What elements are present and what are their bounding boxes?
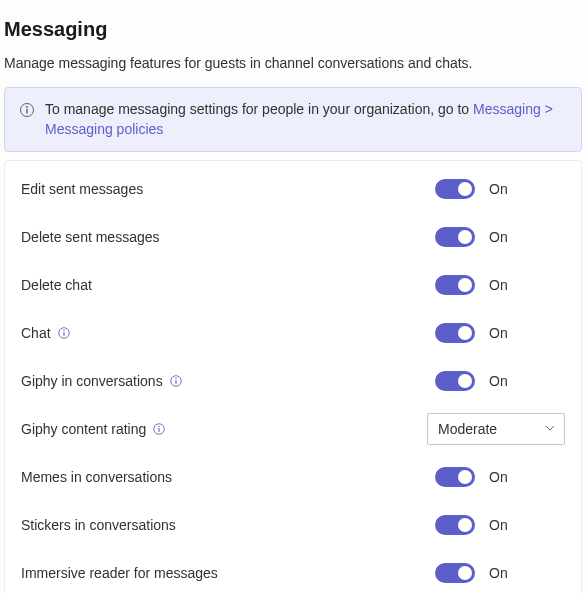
toggle-giphy-in-conversations[interactable] <box>435 371 475 391</box>
label-delete-chat: Delete chat <box>21 277 92 293</box>
toggle-state-text: On <box>489 373 508 389</box>
control-immersive-reader-for-messages: On <box>435 563 565 583</box>
chevron-down-icon <box>544 421 556 437</box>
help-icon[interactable] <box>152 422 166 436</box>
toggle-edit-sent-messages[interactable] <box>435 179 475 199</box>
info-icon <box>19 102 35 122</box>
page-title: Messaging <box>4 18 582 41</box>
row-giphy-content-rating: Giphy content rating Moderate <box>21 405 565 453</box>
label-stickers-in-conversations: Stickers in conversations <box>21 517 176 533</box>
svg-point-4 <box>63 330 64 331</box>
page-description: Manage messaging features for guests in … <box>4 55 582 71</box>
toggle-immersive-reader-for-messages[interactable] <box>435 563 475 583</box>
row-giphy-in-conversations: Giphy in conversations On <box>21 357 565 405</box>
toggle-memes-in-conversations[interactable] <box>435 467 475 487</box>
toggle-stickers-in-conversations[interactable] <box>435 515 475 535</box>
control-chat: On <box>435 323 565 343</box>
help-icon[interactable] <box>169 374 183 388</box>
svg-rect-11 <box>159 428 160 432</box>
svg-point-10 <box>159 426 160 427</box>
toggle-chat[interactable] <box>435 323 475 343</box>
label-text: Chat <box>21 325 51 341</box>
control-stickers-in-conversations: On <box>435 515 565 535</box>
label-giphy-content-rating: Giphy content rating <box>21 421 166 437</box>
label-immersive-reader-for-messages: Immersive reader for messages <box>21 565 218 581</box>
label-text: Immersive reader for messages <box>21 565 218 581</box>
control-memes-in-conversations: On <box>435 467 565 487</box>
toggle-delete-sent-messages[interactable] <box>435 227 475 247</box>
row-memes-in-conversations: Memes in conversations On <box>21 453 565 501</box>
label-giphy-in-conversations: Giphy in conversations <box>21 373 183 389</box>
label-delete-sent-messages: Delete sent messages <box>21 229 160 245</box>
toggle-delete-chat[interactable] <box>435 275 475 295</box>
control-delete-sent-messages: On <box>435 227 565 247</box>
control-delete-chat: On <box>435 275 565 295</box>
label-text: Delete sent messages <box>21 229 160 245</box>
toggle-state-text: On <box>489 517 508 533</box>
help-icon[interactable] <box>57 326 71 340</box>
info-banner-message: To manage messaging settings for people … <box>45 100 567 139</box>
toggle-state-text: On <box>489 229 508 245</box>
label-edit-sent-messages: Edit sent messages <box>21 181 143 197</box>
row-chat: Chat On <box>21 309 565 357</box>
toggle-state-text: On <box>489 325 508 341</box>
label-text: Delete chat <box>21 277 92 293</box>
label-text: Giphy content rating <box>21 421 146 437</box>
toggle-state-text: On <box>489 277 508 293</box>
label-text: Memes in conversations <box>21 469 172 485</box>
svg-point-7 <box>175 378 176 379</box>
info-banner-text: To manage messaging settings for people … <box>45 101 473 117</box>
toggle-state-text: On <box>489 469 508 485</box>
svg-rect-5 <box>63 332 64 336</box>
label-text: Stickers in conversations <box>21 517 176 533</box>
svg-rect-2 <box>26 109 27 114</box>
info-banner: To manage messaging settings for people … <box>4 87 582 152</box>
settings-card: Edit sent messages On Delete sent messag… <box>4 160 582 593</box>
toggle-state-text: On <box>489 181 508 197</box>
label-text: Edit sent messages <box>21 181 143 197</box>
toggle-state-text: On <box>489 565 508 581</box>
control-giphy-content-rating: Moderate <box>427 413 565 445</box>
row-edit-sent-messages: Edit sent messages On <box>21 165 565 213</box>
label-text: Giphy in conversations <box>21 373 163 389</box>
svg-rect-8 <box>175 380 176 384</box>
label-memes-in-conversations: Memes in conversations <box>21 469 172 485</box>
row-stickers-in-conversations: Stickers in conversations On <box>21 501 565 549</box>
label-chat: Chat <box>21 325 71 341</box>
svg-point-1 <box>26 106 28 108</box>
control-edit-sent-messages: On <box>435 179 565 199</box>
row-immersive-reader-for-messages: Immersive reader for messages On <box>21 549 565 593</box>
row-delete-chat: Delete chat On <box>21 261 565 309</box>
dropdown-giphy-content-rating[interactable]: Moderate <box>427 413 565 445</box>
control-giphy-in-conversations: On <box>435 371 565 391</box>
dropdown-value: Moderate <box>438 421 497 437</box>
row-delete-sent-messages: Delete sent messages On <box>21 213 565 261</box>
